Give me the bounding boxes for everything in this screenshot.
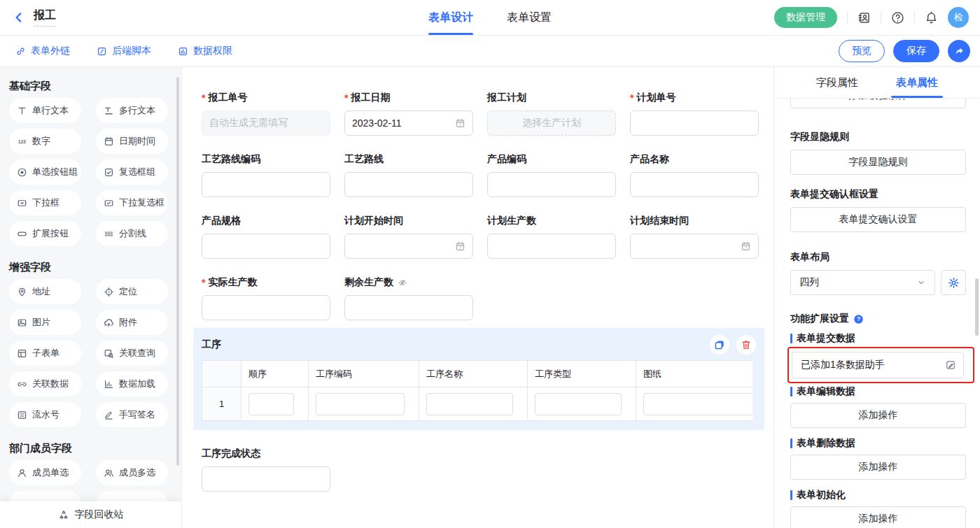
sidebar-item-label: 下拉框	[32, 197, 59, 209]
sidebar-section: 增强字段地址定位图片附件子表单关联查询关联数据数据加载流水号手写签名	[9, 261, 172, 427]
field-label-text: 工艺路线编码	[202, 153, 260, 166]
sidebar-item-serial-no[interactable]: 流水号	[9, 402, 81, 427]
sidebar-item-multi-line-text[interactable]: 多行文本	[96, 98, 168, 123]
highlight-annotation: 已添加1条数据助手	[788, 347, 974, 383]
data-manage-button[interactable]: 数据管理	[774, 7, 837, 28]
sidebar-item-label: 单选按钮组	[32, 166, 78, 178]
subform-cell-input[interactable]	[643, 393, 752, 415]
field-route-code-input[interactable]	[202, 172, 330, 197]
preview-button[interactable]: 预览	[839, 40, 885, 62]
visibility-rules-button[interactable]: 字段显隐规则	[790, 150, 966, 175]
sidebar-item-sub-form[interactable]: 子表单	[9, 341, 81, 366]
sidebar-scrollbar[interactable]	[176, 77, 179, 466]
sidebar-item-label: 扩展按钮	[32, 227, 69, 240]
field-label: 工艺路线编码	[202, 152, 330, 166]
field-product-code-input[interactable]	[487, 172, 616, 197]
sidebar-item-hidden-partial-1[interactable]	[9, 491, 81, 501]
field-route-code: 工艺路线编码	[202, 152, 330, 197]
layout-settings-button[interactable]	[941, 270, 966, 295]
backend-script-button[interactable]: 后端脚本	[97, 45, 151, 57]
ext-group-label: 表单编辑数据	[797, 385, 855, 398]
field-route-input[interactable]	[344, 172, 473, 197]
field-placeholder: 选择生产计划	[522, 117, 581, 129]
subform-cell	[419, 387, 528, 421]
field-process-status-input[interactable]	[202, 466, 330, 492]
sidebar-item-divider[interactable]: 分割线	[96, 221, 168, 246]
form-external-link-button[interactable]: 表单外链	[15, 45, 70, 57]
subform-cell-input[interactable]	[316, 393, 405, 415]
tab-form-settings[interactable]: 表单设置	[507, 0, 552, 35]
sidebar-item-multi-select[interactable]: 下拉复选框	[96, 190, 168, 215]
field-plan-qty-input[interactable]	[487, 234, 616, 259]
subform-cell-input[interactable]	[248, 393, 294, 415]
field-plan-end-time-input[interactable]: 7	[630, 234, 759, 259]
field-report-date-input[interactable]: 2023-02-117	[344, 110, 473, 136]
check-icon	[104, 167, 114, 178]
submit-confirm-button[interactable]: 表单提交确认设置	[790, 207, 966, 232]
sidebar-item-hidden-partial-2[interactable]	[96, 491, 168, 501]
sidebar-item-member-multi[interactable]: 成员多选	[96, 460, 168, 485]
sidebar-item-label: 关联查询	[119, 347, 155, 359]
tab-form-properties[interactable]: 表单属性	[896, 67, 938, 98]
add-action-button[interactable]: 添加操作	[790, 403, 966, 428]
manual-icon[interactable]	[858, 11, 871, 24]
help-circle-icon[interactable]: ?	[853, 314, 864, 324]
copy-button[interactable]	[710, 335, 729, 355]
avatar[interactable]: 检	[948, 7, 969, 28]
sidebar-item-image[interactable]: 图片	[9, 310, 81, 335]
sidebar-item-select[interactable]: 下拉框	[9, 190, 81, 215]
tab-field-properties[interactable]: 字段属性	[816, 67, 858, 98]
share-button[interactable]	[948, 40, 970, 62]
sidebar-item-relation-data[interactable]: 关联数据	[9, 371, 81, 397]
sidebar-item-data-load[interactable]: 数据加载	[96, 371, 168, 397]
subform-col-index	[202, 361, 241, 387]
subform-col-header: 图纸	[636, 361, 753, 387]
field-report-no-input[interactable]: 自动生成无需填写	[202, 110, 330, 136]
page-title: 报工	[34, 8, 56, 27]
field-report-plan-input[interactable]: 选择生产计划	[487, 110, 616, 136]
data-assistant-row[interactable]: 已添加1条数据助手	[792, 352, 964, 378]
sidebar-item-attachment[interactable]: 附件	[96, 310, 168, 335]
panel-scrollbar[interactable]	[975, 278, 979, 336]
field-remaining-qty-input[interactable]	[344, 295, 473, 320]
subform-cell-input[interactable]	[426, 393, 513, 415]
save-button[interactable]: 保存	[893, 40, 939, 62]
field-recycle-bin[interactable]: 字段回收站	[0, 501, 181, 528]
sidebar-item-signature[interactable]: 手写签名	[96, 402, 168, 427]
divider	[914, 12, 915, 23]
sidebar-item-member-single[interactable]: 成员单选	[9, 460, 81, 485]
field-product-name-input[interactable]	[630, 172, 759, 197]
field-plan-start-time-input[interactable]: 7	[344, 234, 473, 259]
link-icon	[15, 46, 26, 57]
field-label: 计划开始时间	[344, 214, 473, 228]
subform-process[interactable]: 工序顺序工序编码工序名称工序类型图纸1	[193, 328, 764, 430]
sidebar-item-extend-button[interactable]: 扩展按钮	[9, 221, 81, 246]
add-action-button[interactable]: 添加操作	[790, 506, 966, 528]
sidebar-item-number[interactable]: 123数字	[9, 129, 81, 154]
field-product-spec-input[interactable]	[202, 234, 330, 259]
sidebar-item-location[interactable]: 定位	[96, 279, 168, 304]
field-actual-qty-input[interactable]	[202, 295, 330, 320]
field-label-text: 产品规格	[202, 215, 241, 227]
sidebar-item-datetime[interactable]: 日期时间	[96, 129, 168, 154]
add-action-button[interactable]: 添加操作	[790, 455, 966, 480]
add-validation-button[interactable]: 添加校验条件	[790, 99, 966, 108]
delete-button[interactable]	[736, 335, 756, 355]
back-icon[interactable]	[13, 11, 25, 24]
ext-group-title: 表单编辑数据	[790, 385, 966, 399]
sidebar-item-relation-query[interactable]: 关联查询	[96, 341, 168, 366]
layout-select[interactable]: 四列	[790, 270, 935, 295]
image-icon	[17, 317, 27, 328]
subform-cell-input[interactable]	[535, 393, 622, 415]
field-plan-no-input[interactable]	[630, 110, 759, 136]
sidebar-item-radio-group[interactable]: 单选按钮组	[9, 159, 81, 185]
sidebar-item-address[interactable]: 地址	[9, 279, 81, 304]
notifications-icon[interactable]	[925, 11, 938, 24]
sidebar-item-checkbox-group[interactable]: 复选框组	[96, 159, 168, 185]
help-icon[interactable]	[891, 11, 904, 24]
sidebar-item-single-line-text[interactable]: 单行文本	[9, 98, 81, 123]
subform-table: 顺序工序编码工序名称工序类型图纸1	[202, 360, 752, 421]
field-plan-start-time: 计划开始时间7	[344, 214, 473, 259]
tab-form-design[interactable]: 表单设计	[428, 0, 473, 35]
data-permission-button[interactable]: 数据权限	[178, 45, 232, 57]
